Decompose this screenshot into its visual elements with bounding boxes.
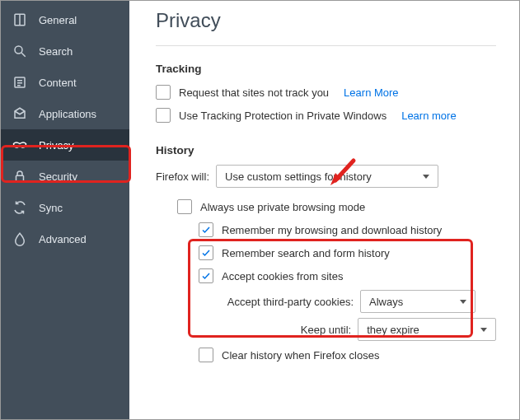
sidebar-item-security[interactable]: Security	[1, 161, 129, 192]
dnt-learn-more-link[interactable]: Learn More	[344, 86, 398, 99]
clear-on-close-label: Clear history when Firefox closes	[222, 349, 379, 362]
remember-search-row: Remember search and form history	[156, 244, 496, 262]
history-mode-select[interactable]: Use custom settings for history	[216, 165, 438, 188]
separator	[156, 45, 496, 46]
keep-until-label: Keep until:	[222, 324, 351, 336]
clear-on-close-row: Clear history when Firefox closes	[156, 346, 496, 364]
dnt-checkbox[interactable]	[156, 85, 171, 100]
accept-cookies-row: Accept cookies from sites	[156, 267, 496, 285]
sidebar-item-label: Content	[39, 77, 77, 89]
sidebar-item-label: Advanced	[39, 233, 87, 245]
content-icon	[12, 75, 27, 90]
remember-search-checkbox[interactable]	[199, 245, 213, 260]
sidebar-item-advanced[interactable]: Advanced	[1, 223, 129, 254]
sidebar-item-search[interactable]: Search	[1, 35, 129, 67]
sidebar-item-privacy[interactable]: Privacy	[1, 129, 129, 161]
lock-icon	[12, 169, 27, 184]
keep-until-value: they expire	[367, 324, 419, 336]
third-party-row: Accept third-party cookies: Always	[156, 290, 496, 313]
keep-until-row: Keep until: they expire	[156, 318, 496, 341]
remember-browsing-label: Remember my browsing and download histor…	[222, 224, 442, 236]
history-will-label: Firefox will:	[156, 170, 209, 183]
sidebar-item-general[interactable]: General	[1, 4, 129, 35]
tracking-dnt-row: Request that sites not track you Learn M…	[156, 83, 496, 101]
sidebar-item-content[interactable]: Content	[1, 67, 129, 98]
tracking-heading: Tracking	[156, 63, 496, 75]
accept-cookies-checkbox[interactable]	[199, 268, 213, 283]
privacy-mask-icon	[12, 138, 27, 152]
always-private-checkbox[interactable]	[177, 199, 192, 214]
svg-line-3	[21, 53, 26, 57]
third-party-label: Accept third-party cookies:	[222, 296, 354, 308]
sync-icon	[12, 200, 27, 215]
remember-browsing-row: Remember my browsing and download histor…	[156, 221, 496, 239]
page-title: Privacy	[156, 9, 496, 32]
sidebar: General Search Content Applications Priv…	[1, 1, 129, 419]
sidebar-item-label: Search	[39, 45, 73, 58]
svg-rect-8	[16, 175, 24, 181]
tracking-protection-learn-more-link[interactable]: Learn more	[401, 110, 456, 122]
keep-until-select[interactable]: they expire	[358, 318, 496, 341]
remember-browsing-checkbox[interactable]	[199, 222, 213, 237]
third-party-select[interactable]: Always	[360, 290, 475, 313]
tracking-protection-checkbox[interactable]	[156, 108, 171, 123]
search-icon	[12, 44, 27, 58]
accept-cookies-label: Accept cookies from sites	[222, 270, 343, 282]
third-party-value: Always	[369, 296, 403, 308]
dnt-label: Request that sites not track you	[179, 86, 329, 99]
history-mode-value: Use custom settings for history	[225, 170, 372, 183]
sidebar-item-label: Privacy	[39, 139, 74, 152]
sidebar-item-label: Applications	[39, 108, 96, 120]
always-private-row: Always use private browsing mode	[156, 198, 496, 216]
always-private-label: Always use private browsing mode	[200, 201, 365, 213]
advanced-icon	[12, 231, 27, 246]
clear-on-close-checkbox[interactable]	[199, 348, 213, 362]
sidebar-item-sync[interactable]: Sync	[1, 192, 129, 223]
sidebar-item-label: General	[39, 14, 77, 26]
remember-search-label: Remember search and form history	[222, 247, 390, 259]
history-heading: History	[156, 144, 496, 156]
main-panel: Privacy Tracking Request that sites not …	[129, 1, 519, 419]
applications-icon	[12, 106, 27, 121]
general-icon	[12, 12, 27, 27]
tracking-protection-row: Use Tracking Protection in Private Windo…	[156, 106, 496, 124]
tracking-protection-label: Use Tracking Protection in Private Windo…	[179, 110, 386, 122]
history-will-row: Firefox will: Use custom settings for hi…	[156, 165, 496, 188]
sidebar-item-label: Sync	[39, 202, 63, 214]
sidebar-item-label: Security	[39, 170, 77, 183]
sidebar-item-applications[interactable]: Applications	[1, 98, 129, 129]
svg-point-2	[15, 46, 22, 54]
